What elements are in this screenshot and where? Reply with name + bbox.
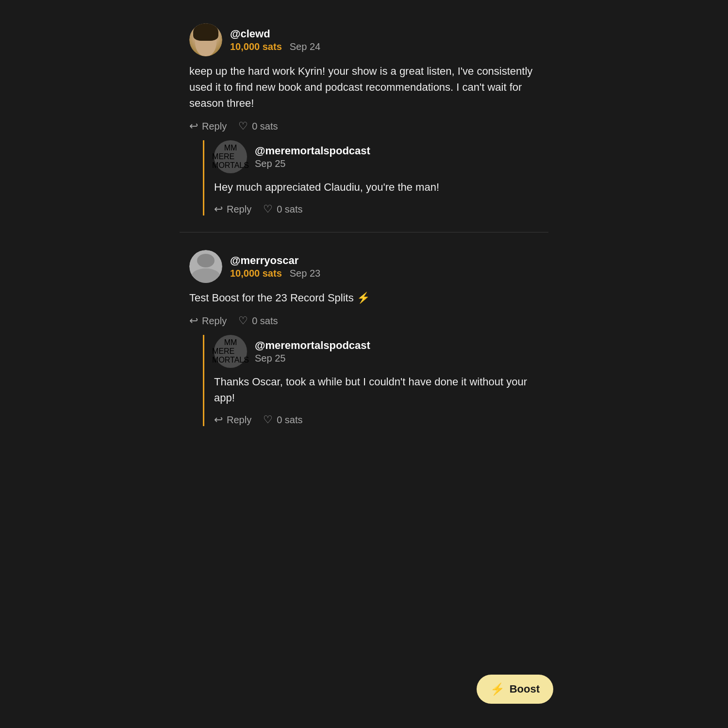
reply-icon-merryoscar: ↩	[189, 314, 198, 327]
nested-date-clewd: Sep 25	[255, 158, 370, 169]
nested-like-button-merryoscar[interactable]: ♡ 0 sats	[263, 414, 302, 426]
nested-action-clewd: ↩ Reply ♡ 0 sats	[214, 203, 539, 215]
sats-merryoscar: 10,000 sats	[230, 268, 282, 279]
nested-header-clewd: MM MERE MORTALS @meremortalspodcast Sep …	[214, 140, 539, 173]
avatar-clewd	[189, 23, 222, 56]
divider-1	[180, 232, 548, 232]
nested-like-label-clewd: 0 sats	[277, 204, 302, 215]
mm-sub-clewd: MERE MORTALS	[212, 152, 249, 170]
nested-header-merryoscar: MM MERE MORTALS @meremortalspodcast Sep …	[214, 335, 539, 368]
nested-reply-icon-merryoscar: ↩	[214, 414, 223, 426]
like-button-clewd[interactable]: ♡ 0 sats	[238, 120, 278, 132]
reply-label-merryoscar: Reply	[202, 315, 227, 327]
mm-text-merryoscar: MM	[224, 338, 237, 347]
nested-info-clewd: @meremortalspodcast Sep 25	[255, 145, 370, 169]
nested-reply-merryoscar: MM MERE MORTALS @meremortalspodcast Sep …	[203, 335, 539, 426]
like-button-merryoscar[interactable]: ♡ 0 sats	[238, 314, 278, 327]
nested-action-merryoscar: ↩ Reply ♡ 0 sats	[214, 414, 539, 426]
header-info-clewd: @clewd 10,000 sats Sep 24	[230, 28, 320, 52]
avatar-mm-clewd: MM MERE MORTALS	[214, 140, 247, 173]
comment-text-merryoscar: Test Boost for the 23 Record Splits ⚡	[189, 290, 539, 306]
nested-like-label-merryoscar: 0 sats	[277, 414, 302, 426]
nested-heart-icon-clewd: ♡	[263, 203, 273, 215]
reply-button-merryoscar[interactable]: ↩ Reply	[189, 314, 227, 327]
like-label-merryoscar: 0 sats	[252, 315, 278, 327]
header-info-merryoscar: @merryoscar 10,000 sats Sep 23	[230, 254, 320, 279]
sats-clewd: 10,000 sats	[230, 41, 282, 52]
nested-reply-label-clewd: Reply	[227, 204, 251, 215]
nested-date-merryoscar: Sep 25	[255, 353, 370, 364]
comment-text-clewd: keep up the hard work Kyrin! your show i…	[189, 63, 539, 111]
reply-icon-clewd: ↩	[189, 120, 198, 132]
nested-reply-button-clewd[interactable]: ↩ Reply	[214, 203, 251, 215]
avatar-merryoscar	[189, 250, 222, 283]
date-clewd: Sep 24	[290, 41, 320, 52]
nested-like-button-clewd[interactable]: ♡ 0 sats	[263, 203, 302, 215]
username-clewd: @clewd	[230, 28, 320, 40]
nested-info-merryoscar: @meremortalspodcast Sep 25	[255, 339, 370, 364]
like-label-clewd: 0 sats	[252, 121, 278, 132]
boost-label: Boost	[510, 683, 540, 695]
nested-username-clewd: @meremortalspodcast	[255, 145, 370, 157]
boost-button[interactable]: ⚡ Boost	[477, 675, 553, 704]
nested-text-clewd: Hey much appreciated Claudiu, you're the…	[214, 179, 539, 195]
mm-sub-merryoscar: MERE MORTALS	[212, 347, 249, 364]
comment-header-clewd: @clewd 10,000 sats Sep 24	[189, 23, 539, 56]
heart-icon-merryoscar: ♡	[238, 314, 248, 327]
mm-text-clewd: MM	[224, 144, 237, 152]
comment-header-merryoscar: @merryoscar 10,000 sats Sep 23	[189, 250, 539, 283]
nested-username-merryoscar: @meremortalspodcast	[255, 339, 370, 352]
nested-text-merryoscar: Thanks Oscar, took a while but I couldn'…	[214, 374, 539, 406]
reply-button-clewd[interactable]: ↩ Reply	[189, 120, 227, 132]
reply-label-clewd: Reply	[202, 121, 227, 132]
feed-container: @clewd 10,000 sats Sep 24 keep up the ha…	[180, 10, 548, 439]
action-row-clewd: ↩ Reply ♡ 0 sats	[189, 120, 539, 132]
avatar-mm-merryoscar: MM MERE MORTALS	[214, 335, 247, 368]
nested-heart-icon-merryoscar: ♡	[263, 414, 273, 426]
heart-icon-clewd: ♡	[238, 120, 248, 132]
boost-lightning-icon: ⚡	[490, 682, 505, 696]
comment-clewd: @clewd 10,000 sats Sep 24 keep up the ha…	[180, 10, 548, 228]
action-row-merryoscar: ↩ Reply ♡ 0 sats	[189, 314, 539, 327]
nested-reply-clewd: MM MERE MORTALS @meremortalspodcast Sep …	[203, 140, 539, 215]
nested-reply-button-merryoscar[interactable]: ↩ Reply	[214, 414, 251, 426]
username-merryoscar: @merryoscar	[230, 254, 320, 267]
meta-clewd: 10,000 sats Sep 24	[230, 41, 320, 52]
nested-reply-icon-clewd: ↩	[214, 203, 223, 215]
date-merryoscar: Sep 23	[290, 268, 320, 279]
nested-reply-label-merryoscar: Reply	[227, 414, 251, 426]
meta-merryoscar: 10,000 sats Sep 23	[230, 268, 320, 279]
comment-merryoscar: @merryoscar 10,000 sats Sep 23 Test Boos…	[180, 236, 548, 439]
